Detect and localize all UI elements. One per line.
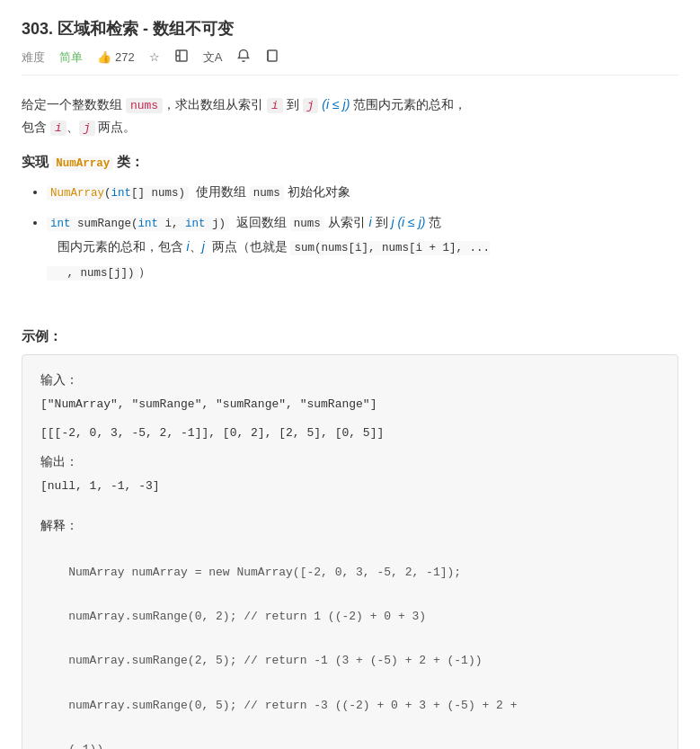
- sr-i: i: [369, 215, 376, 229]
- meta-bar: 难度 简单 👍 272 ☆ 文A: [22, 49, 678, 76]
- translate-button[interactable]: 文A: [203, 49, 223, 66]
- explain-line1: NumArray numArray = new NumArray([-2, 0,…: [68, 566, 461, 579]
- problem-title: 303. 区域和检索 - 数组不可变: [22, 18, 678, 40]
- sr-cond: (i ≤ j): [397, 215, 425, 229]
- explain-lines: NumArray numArray = new NumArray([-2, 0,…: [40, 539, 660, 749]
- star-button[interactable]: ☆: [149, 50, 160, 64]
- explain-line3: numArray.sumRange(2, 5); // return -1 (3…: [68, 654, 482, 667]
- desc-i2-code: i: [50, 120, 66, 136]
- desc-nums-code: nums: [126, 98, 163, 113]
- example-section-title: 示例：: [22, 328, 678, 345]
- desc-j2-code: j: [79, 120, 95, 136]
- translate-icon: 文A: [203, 49, 223, 66]
- example-box: 输入： ["NumArray", "sumRange", "sumRange",…: [22, 354, 678, 749]
- method-item-sumrange: int sumRange(int i, int j) 返回数组 nums 从索引…: [47, 210, 678, 285]
- input-label: 输入：: [40, 370, 660, 392]
- constructor-code: NumArray(int[] nums): [47, 186, 189, 201]
- bookmark-button[interactable]: [265, 49, 279, 66]
- input-line1: ["NumArray", "sumRange", "sumRange", "su…: [40, 394, 660, 415]
- sr-j2: j: [202, 239, 205, 254]
- desc-i-code: i: [267, 98, 283, 113]
- sumrange-code: int sumRange(int i, int j): [47, 217, 229, 231]
- input-line2: [[[-2, 0, 3, -5, 2, -1]], [0, 2], [2, 5]…: [40, 423, 660, 444]
- difficulty-value: 简单: [59, 49, 83, 66]
- share-button[interactable]: [174, 49, 189, 66]
- bookmark-icon: [265, 49, 279, 66]
- explain-line4: numArray.sumRange(0, 5); // return -3 ((…: [68, 699, 517, 712]
- desc-range-cond: (i ≤ j): [322, 97, 350, 111]
- problem-description: 给定一个整数数组 nums，求出数组从索引 i 到 j (i ≤ j) 范围内元…: [22, 94, 678, 139]
- output-label: 输出：: [40, 451, 660, 474]
- bell-icon: [236, 49, 251, 66]
- method-item-constructor: NumArray(int[] nums) 使用数组 nums 初始化对象: [47, 180, 678, 205]
- bell-button[interactable]: [236, 49, 251, 66]
- share-icon: [174, 49, 189, 66]
- star-icon: ☆: [149, 50, 160, 64]
- method-list: NumArray(int[] nums) 使用数组 nums 初始化对象 int…: [22, 180, 678, 285]
- numarray-class-ref: NumArray: [52, 156, 113, 171]
- nums-ref2: nums: [290, 217, 324, 231]
- like-button[interactable]: 👍 272: [97, 50, 135, 64]
- output-value: [null, 1, -1, -3]: [40, 476, 660, 497]
- desc-j-code: j: [303, 98, 319, 113]
- svg-rect-4: [268, 50, 277, 61]
- implement-label: 实现 NumArray 类：: [22, 154, 678, 171]
- like-count: 272: [115, 50, 135, 64]
- explain-label: 解释：: [40, 515, 660, 538]
- sum-expr: sum(nums[i], nums[i + 1], ... , nums[j]): [47, 241, 490, 281]
- sr-i2: i: [187, 239, 190, 254]
- difficulty-label: 难度: [22, 49, 45, 66]
- like-icon: 👍: [97, 50, 111, 64]
- explain-line5: (-1)): [68, 743, 103, 749]
- explain-line2: numArray.sumRange(0, 2); // return 1 ((-…: [68, 610, 426, 623]
- nums-ref: nums: [250, 186, 284, 201]
